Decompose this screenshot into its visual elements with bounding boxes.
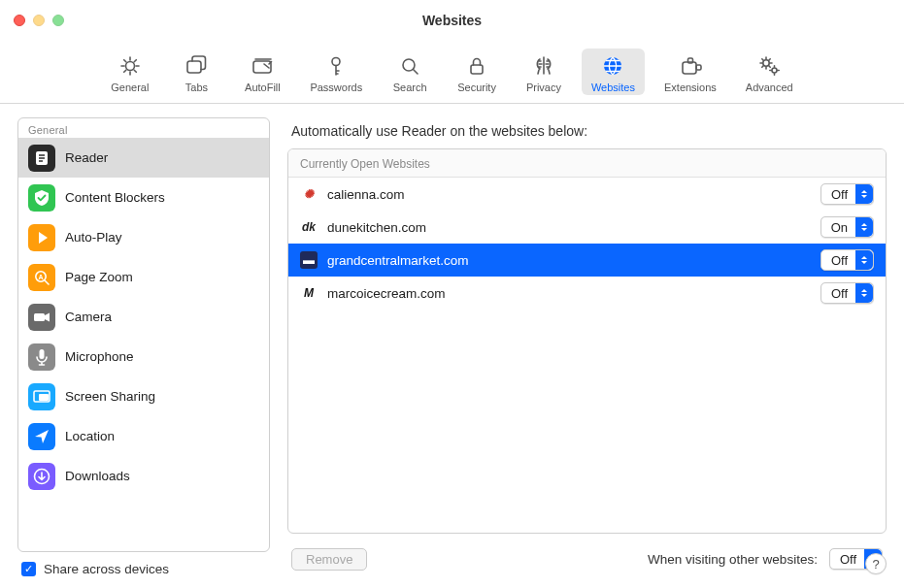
website-row[interactable]: ▬grandcentralmarket.comOff [288,244,886,277]
svg-line-8 [134,60,136,62]
svg-text:A: A [38,273,43,279]
popup-stepper-icon [855,250,873,270]
svg-rect-14 [471,65,483,74]
share-across-devices-label: Share across devices [44,562,169,576]
sidebar-item-reader[interactable]: Reader [18,138,269,178]
settings-sidebar: General ReaderContent BlockersAuto-PlayA… [17,117,270,552]
reader-setting-value: Off [821,187,855,202]
sidebar-item-location[interactable]: Location [18,416,269,456]
share-across-devices-row: ✓ Share across devices [17,552,270,576]
svg-rect-16 [683,62,696,74]
toolbar-passwords-button[interactable]: Passwords [300,49,372,95]
toolbar-label: AutoFill [245,82,281,93]
popup-stepper-icon [855,217,873,237]
popup-stepper-icon [855,283,873,303]
screensharing-icon [28,383,55,410]
svg-line-7 [124,70,126,72]
reader-setting-value: On [821,220,855,235]
toolbar-security-button[interactable]: Security [448,49,506,95]
titlebar: Websites [0,0,904,41]
svg-line-6 [134,70,136,72]
general-icon [117,52,143,80]
websites-list: Currently Open Websites ✺calienna.comOff… [287,148,887,534]
toolbar-autofill-button[interactable]: AutoFill [234,49,290,95]
svg-point-11 [332,58,340,66]
toolbar-label: Websites [591,82,635,93]
extensions-icon [678,52,703,80]
toolbar-label: Privacy [526,82,561,93]
autofill-icon [250,52,275,80]
reader-setting-popup[interactable]: Off [820,249,874,271]
share-across-devices-checkbox[interactable]: ✓ [21,562,36,576]
search-icon [397,52,422,80]
svg-rect-43 [40,349,45,359]
sidebar-item-screensharing[interactable]: Screen Sharing [18,376,269,416]
sidebar-item-microphone[interactable]: Microphone [18,337,269,376]
toolbar-general-button[interactable]: General [101,49,158,95]
website-row[interactable]: ✺calienna.comOff [288,178,886,211]
svg-line-27 [769,59,770,60]
svg-marker-37 [39,232,48,244]
reader-icon [28,145,55,172]
svg-rect-17 [687,58,692,63]
privacy-icon [531,52,556,80]
remove-button[interactable]: Remove [291,548,367,571]
reader-setting-popup[interactable]: On [820,216,874,238]
sidebar-item-camera[interactable]: Camera [18,297,269,337]
camera-icon [28,304,55,331]
reader-setting-popup[interactable]: Off [820,282,874,304]
downloads-icon [28,463,55,490]
microphone-icon [28,343,55,371]
toolbar-websites-button[interactable]: Websites [582,49,645,95]
toolbar-label: Tabs [185,82,208,93]
favicon: dk [300,218,318,236]
svg-line-25 [769,66,770,67]
website-row[interactable]: dkdunekitchen.comOn [288,211,886,244]
toolbar-label: Advanced [746,82,793,93]
favicon: M [300,284,318,302]
favicon: ▬ [300,251,318,269]
reader-setting-value: Off [821,253,855,268]
reader-setting-value: Off [821,286,855,301]
toolbar-tabs-button[interactable]: Tabs [168,49,224,95]
toolbar-label: Passwords [310,82,362,93]
reader-heading: Automatically use Reader on the websites… [287,117,887,148]
svg-marker-42 [45,312,50,321]
content-area: General ReaderContent BlockersAuto-PlayA… [0,104,904,588]
website-row[interactable]: Mmarcoicecream.comOff [288,277,886,310]
toolbar-privacy-button[interactable]: Privacy [516,49,572,95]
svg-line-24 [762,59,763,60]
favicon: ✺ [300,185,318,203]
svg-line-26 [762,66,763,67]
sidebar-item-label: Content Blockers [65,190,165,205]
websites-icon [600,52,625,80]
website-host: marcoicecream.com [327,286,811,301]
sidebar-item-label: Screen Sharing [65,389,155,404]
sidebar-item-label: Page Zoom [65,270,133,284]
sidebar-item-label: Camera [65,310,112,324]
svg-rect-41 [34,313,45,321]
sidebar-item-contentblockers[interactable]: Content Blockers [18,178,269,217]
help-button[interactable]: ? [865,553,887,574]
bottom-controls: Remove When visiting other websites: Off [287,534,887,576]
sidebar-item-pagezoom[interactable]: APage Zoom [18,257,269,297]
toolbar-label: General [111,82,149,93]
svg-line-5 [124,60,126,62]
pagezoom-icon: A [28,264,55,291]
passwords-icon [323,52,349,80]
website-host: grandcentralmarket.com [327,253,811,268]
main-panel: Automatically use Reader on the websites… [287,117,887,576]
toolbar-advanced-button[interactable]: Advanced [736,49,803,95]
sidebar-item-label: Microphone [65,349,134,364]
toolbar-search-button[interactable]: Search [382,49,438,95]
sidebar-item-autoplay[interactable]: Auto-Play [18,217,269,257]
toolbar-label: Extensions [664,82,717,93]
svg-line-39 [45,280,49,284]
toolbar-label: Security [457,82,496,93]
sidebar-item-downloads[interactable]: Downloads [18,456,269,496]
toolbar-extensions-button[interactable]: Extensions [654,49,726,95]
sidebar-item-label: Downloads [65,469,130,483]
other-websites-value: Off [830,552,864,567]
reader-setting-popup[interactable]: Off [820,183,874,205]
sidebar-section-header: General [18,118,269,138]
